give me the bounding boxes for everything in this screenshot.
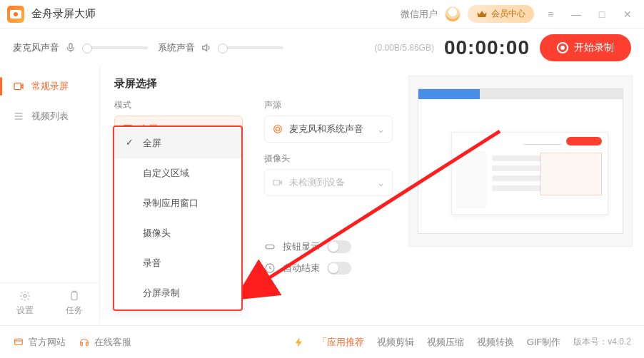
clipboard-icon [69,290,80,302]
start-record-button[interactable]: 开始录制 [540,34,631,61]
minimize-button[interactable]: — [567,9,585,20]
chevron-down-icon: ⌄ [377,178,385,188]
mode-dropdown: 全屏 自定义区域 录制应用窗口 摄像头 录音 分屏录制 [113,126,243,311]
video-compress-link[interactable]: 视频压缩 [427,336,464,349]
dropdown-option-app-window[interactable]: 录制应用窗口 [114,188,241,218]
svg-point-8 [274,126,282,133]
source-label: 声源 [264,99,393,111]
camera-select[interactable]: 未检测到设备 ⌄ [264,169,393,196]
sidebar-item-videolist[interactable]: 视频列表 [0,101,99,131]
settings-button[interactable]: 设置 [0,283,50,324]
preview-area [408,76,633,247]
auto-end-icon [264,262,276,274]
sidebar-item-record[interactable]: 常规录屏 [0,71,99,101]
member-center-label: 会员中心 [491,8,525,20]
gif-make-link[interactable]: GIF制作 [527,336,561,349]
video-convert-link[interactable]: 视频转换 [477,336,514,349]
svg-rect-2 [69,44,72,48]
official-site-label: 官方网站 [29,336,66,349]
svg-point-7 [276,127,279,131]
sys-audio-label: 系统声音 [158,41,195,54]
dropdown-option-split[interactable]: 分屏录制 [114,278,241,308]
preview-desktop [418,88,623,235]
mic-icon[interactable] [65,42,76,53]
audio-source-select[interactable]: 麦克风和系统声音 ⌄ [264,116,393,143]
button-show-icon [264,241,276,252]
record-icon [557,42,568,53]
online-service-label: 在线客服 [94,336,131,349]
app-recommend-label: 「应用推荐 [318,336,364,349]
svg-rect-3 [14,83,21,89]
user-avatar[interactable] [445,6,461,22]
mic-volume-slider[interactable] [82,46,148,49]
official-site-link[interactable]: 官方网站 [13,336,66,349]
speaker-icon[interactable] [201,42,212,53]
list-icon [13,111,24,122]
button-show-toggle[interactable] [327,240,351,253]
auto-end-label: 自动结束 [283,262,320,275]
auto-end-toggle[interactable] [327,262,351,275]
sidebar-item-label: 视频列表 [31,110,69,123]
svg-point-4 [24,295,26,297]
crown-icon [476,9,488,20]
section-title: 录屏选择 [114,77,394,91]
wechat-user-label: 微信用户 [401,8,438,21]
home-icon [13,337,24,348]
camera-icon [272,177,283,188]
svg-rect-10 [266,245,274,248]
dropdown-option-custom-area[interactable]: 自定义区域 [114,158,241,188]
record-button-label: 开始录制 [574,41,614,54]
camera-value: 未检测到设备 [289,176,345,189]
mode-label: 模式 [114,99,243,111]
flash-icon [293,337,305,348]
record-tab-icon [13,81,24,92]
svg-rect-12 [15,339,23,344]
preview-app-window [451,132,608,215]
app-title: 金舟录屏大师 [31,7,96,21]
member-center-button[interactable]: 会员中心 [468,5,534,23]
sidebar-item-label: 常规录屏 [31,80,69,93]
mic-label: 麦克风声音 [13,41,59,54]
audio-source-icon [272,123,283,135]
dropdown-option-camera[interactable]: 摄像头 [114,218,241,248]
app-logo-icon [7,6,24,23]
svg-point-1 [14,12,18,16]
close-button[interactable]: ✕ [618,9,637,20]
camera-label: 摄像头 [264,153,393,165]
tasks-button[interactable]: 任务 [50,283,100,324]
sys-volume-slider[interactable] [218,46,283,49]
maximize-button[interactable]: □ [593,9,611,20]
svg-rect-5 [71,292,77,300]
settings-label: 设置 [16,305,34,315]
button-show-label: 按钮显示 [283,240,320,253]
video-edit-link[interactable]: 视频剪辑 [377,336,414,349]
tasks-label: 任务 [66,305,83,315]
storage-text: (0.00B/5.86GB) [375,43,434,53]
svg-rect-9 [273,180,280,185]
dropdown-option-audio[interactable]: 录音 [114,248,241,278]
timer-display: 00:00:00 [444,36,530,59]
menu-icon[interactable]: ≡ [541,9,560,20]
source-value: 麦克风和系统声音 [289,123,363,135]
dropdown-option-fullscreen[interactable]: 全屏 [114,128,241,158]
version-text: 版本号：v4.0.2 [573,336,631,348]
gear-icon [19,290,31,302]
chevron-down-icon: ⌄ [377,124,385,135]
online-service-link[interactable]: 在线客服 [79,336,131,349]
headset-icon [79,337,90,348]
